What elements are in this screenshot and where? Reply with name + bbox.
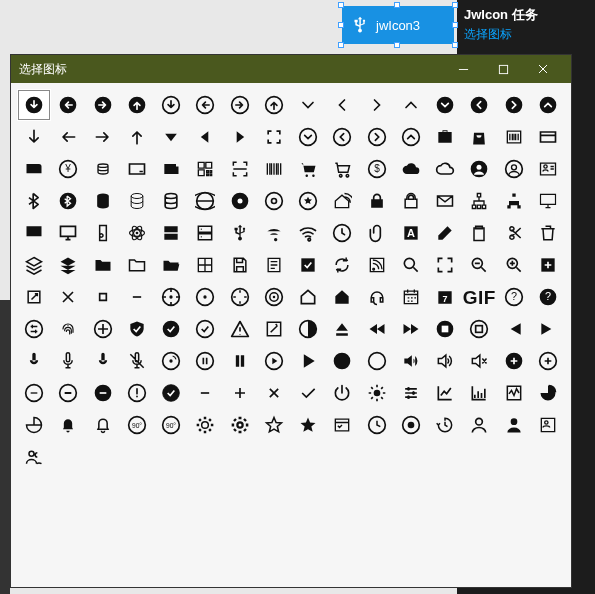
icon-save[interactable] (223, 249, 257, 281)
icon-arrow-down-circle-fill[interactable] (17, 89, 51, 121)
jwicon-control[interactable]: jwIcon3 (342, 6, 454, 44)
resize-handle[interactable] (394, 42, 400, 48)
icon-headset[interactable] (360, 281, 394, 313)
window-close-button[interactable] (523, 55, 563, 83)
icon-arrow-left[interactable] (51, 121, 85, 153)
icon-clipboard[interactable] (462, 217, 496, 249)
icon-chevron-right-circle[interactable] (360, 121, 394, 153)
icon-music-disc[interactable] (154, 345, 188, 377)
resize-handle[interactable] (338, 42, 344, 48)
icon-chevron-right[interactable] (360, 89, 394, 121)
icon-pie-fill[interactable] (531, 377, 565, 409)
icon-warning-triangle[interactable] (223, 313, 257, 345)
icon-layers[interactable] (17, 249, 51, 281)
icon-eraser[interactable] (428, 217, 462, 249)
icon-coins-stack[interactable] (86, 153, 120, 185)
icon-mic-fill[interactable] (17, 345, 51, 377)
icon-warning-circle[interactable] (120, 377, 154, 409)
icon-dollar-circle[interactable]: $ (360, 153, 394, 185)
icon-credit-card-alt[interactable] (531, 121, 565, 153)
icon-rotate-90[interactable]: 90° (120, 409, 154, 441)
icon-yen-circle[interactable]: ¥ (51, 153, 85, 185)
icon-arrow-right-circle-fill[interactable] (86, 89, 120, 121)
resize-handle[interactable] (452, 2, 458, 8)
icon-folder[interactable] (120, 249, 154, 281)
icon-usb[interactable] (223, 217, 257, 249)
icon-arrow-down[interactable] (17, 121, 51, 153)
icon-cross-circle[interactable] (86, 313, 120, 345)
icon-target-crosshair[interactable] (154, 281, 188, 313)
icon-stop-circle-fill[interactable] (428, 313, 462, 345)
icon-qr-code[interactable] (188, 153, 222, 185)
icon-bell[interactable] (86, 409, 120, 441)
icon-chevron-left-circle-fill[interactable] (462, 89, 496, 121)
icon-monitor[interactable] (51, 217, 85, 249)
icon-pause-circle[interactable] (188, 345, 222, 377)
icon-disc[interactable] (257, 185, 291, 217)
resize-handle[interactable] (394, 2, 400, 8)
icon-chevron-down-circle[interactable] (291, 121, 325, 153)
icon-cloud-fill[interactable] (394, 153, 428, 185)
icon-wifi[interactable] (291, 217, 325, 249)
selected-control-wrapper[interactable]: jwIcon3 (338, 2, 458, 48)
icon-minus-circle[interactable] (17, 377, 51, 409)
icon-card-outline[interactable] (120, 153, 154, 185)
icon-folder-open[interactable] (154, 249, 188, 281)
icon-wallet-fill[interactable] (17, 153, 51, 185)
icon-skip-back[interactable] (497, 313, 531, 345)
icon-help-circle-fill[interactable]: ? (531, 281, 565, 313)
icon-lock-fill[interactable] (360, 185, 394, 217)
icon-monitor-frame[interactable] (531, 185, 565, 217)
icon-plus-circle-fill[interactable] (497, 345, 531, 377)
icon-chevron-right-circle-fill[interactable] (497, 89, 531, 121)
icon-minus-circle-alt[interactable] (51, 377, 85, 409)
icon-chevron-up-circle-fill[interactable] (531, 89, 565, 121)
icon-record-outline[interactable] (394, 409, 428, 441)
icon-x-small[interactable] (257, 377, 291, 409)
icon-wallet-alt[interactable] (154, 153, 188, 185)
icon-arrow-left-circle[interactable] (188, 89, 222, 121)
icon-add-square-fill[interactable] (531, 249, 565, 281)
icon-disc-fill[interactable] (223, 185, 257, 217)
icon-home-outline[interactable] (291, 281, 325, 313)
icon-refresh[interactable] (325, 249, 359, 281)
icon-database[interactable] (154, 185, 188, 217)
icon-line-chart[interactable] (428, 377, 462, 409)
icon-target-circle[interactable] (257, 281, 291, 313)
icon-checkbox-fill[interactable] (291, 249, 325, 281)
icon-zoom-out[interactable] (462, 249, 496, 281)
icon-layout-grid[interactable] (188, 249, 222, 281)
icon-bluetooth-circle-fill[interactable] (51, 185, 85, 217)
icon-sitemap-alt[interactable] (497, 185, 531, 217)
icon-atom[interactable] (120, 217, 154, 249)
icon-caret-down-fill[interactable] (154, 121, 188, 153)
icon-circle-large-fill[interactable] (325, 345, 359, 377)
icon-search[interactable] (394, 249, 428, 281)
icon-calendar-7[interactable]: 7 (428, 281, 462, 313)
icon-database-thin[interactable] (120, 185, 154, 217)
icon-database-fill[interactable] (86, 185, 120, 217)
icon-sliders-circle[interactable] (17, 313, 51, 345)
icon-arrow-left-circle-fill[interactable] (51, 89, 85, 121)
icon-globe[interactable] (188, 185, 222, 217)
icon-volume-fill[interactable] (394, 345, 428, 377)
icon-mic-off-fill[interactable] (86, 345, 120, 377)
icon-check-disc[interactable] (154, 377, 188, 409)
icon-barcode[interactable] (257, 153, 291, 185)
icon-star-outline[interactable] (257, 409, 291, 441)
icon-play-circle[interactable] (257, 345, 291, 377)
icon-activity-square[interactable] (497, 377, 531, 409)
icon-gear[interactable] (188, 409, 222, 441)
icon-user-circle[interactable] (497, 153, 531, 185)
icon-zoom-in[interactable] (497, 249, 531, 281)
icon-trash[interactable] (531, 217, 565, 249)
icon-monitor-fill[interactable] (17, 217, 51, 249)
icon-check-circle-fill[interactable] (154, 313, 188, 345)
icon-clock-alt[interactable] (360, 409, 394, 441)
icon-mic-off[interactable] (120, 345, 154, 377)
icon-chevron-left[interactable] (325, 89, 359, 121)
icon-lock[interactable] (394, 185, 428, 217)
icon-sun[interactable] (360, 377, 394, 409)
icon-font-box[interactable]: A (394, 217, 428, 249)
icon-fingerprint[interactable] (51, 313, 85, 345)
